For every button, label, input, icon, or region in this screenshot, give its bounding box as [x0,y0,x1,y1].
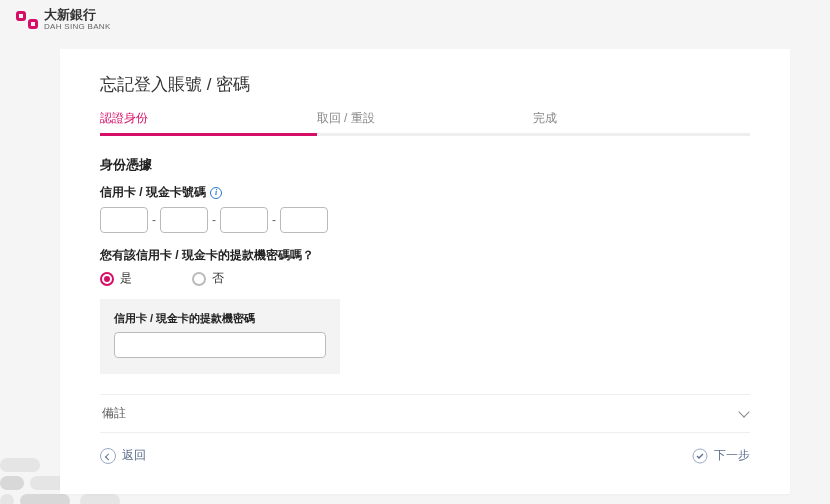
atm-pin-question: 您有該信用卡 / 現金卡的提款機密碼嗎？ [100,247,750,264]
check-circle-icon [692,448,708,464]
step-verify-identity: 認證身份 [100,110,317,136]
pin-entry-box: 信用卡 / 現金卡的提款機密碼 [100,299,340,374]
bank-name-en: DAH SING BANK [44,23,111,31]
step-indicator: 認證身份 取回 / 重設 完成 [100,110,750,136]
atm-pin-radio-group: 是 否 [100,270,750,287]
identity-section-title: 身份憑據 [100,156,750,174]
pin-input[interactable] [114,332,326,358]
card-segment-4[interactable] [280,207,328,233]
remarks-toggle[interactable]: 備註 [100,394,750,433]
radio-yes[interactable]: 是 [100,270,132,287]
nav-row: 返回 下一步 [100,447,750,464]
step-retrieve-reset: 取回 / 重設 [317,110,534,136]
bank-name-zh: 大新銀行 [44,8,111,21]
bank-logo-icon [16,11,38,29]
info-icon[interactable]: i [210,187,222,199]
radio-no[interactable]: 否 [192,270,224,287]
arrow-left-circle-icon [100,448,116,464]
radio-no-indicator [192,272,206,286]
card-segment-2[interactable] [160,207,208,233]
remarks-label: 備註 [102,405,126,422]
pin-label: 信用卡 / 現金卡的提款機密碼 [114,311,326,326]
chevron-down-icon [738,406,749,417]
main-card: 忘記登入賬號 / 密碼 認證身份 取回 / 重設 完成 身份憑據 信用卡 / 現… [60,49,790,494]
next-button[interactable]: 下一步 [692,447,750,464]
card-number-inputs: - - - [100,207,750,233]
back-button[interactable]: 返回 [100,447,146,464]
step-complete: 完成 [533,110,750,136]
card-number-label: 信用卡 / 現金卡號碼 i [100,184,750,201]
header: 大新銀行 DAH SING BANK [0,0,830,35]
page-title: 忘記登入賬號 / 密碼 [100,73,750,96]
card-segment-1[interactable] [100,207,148,233]
svg-point-0 [693,449,707,463]
radio-yes-indicator [100,272,114,286]
card-segment-3[interactable] [220,207,268,233]
